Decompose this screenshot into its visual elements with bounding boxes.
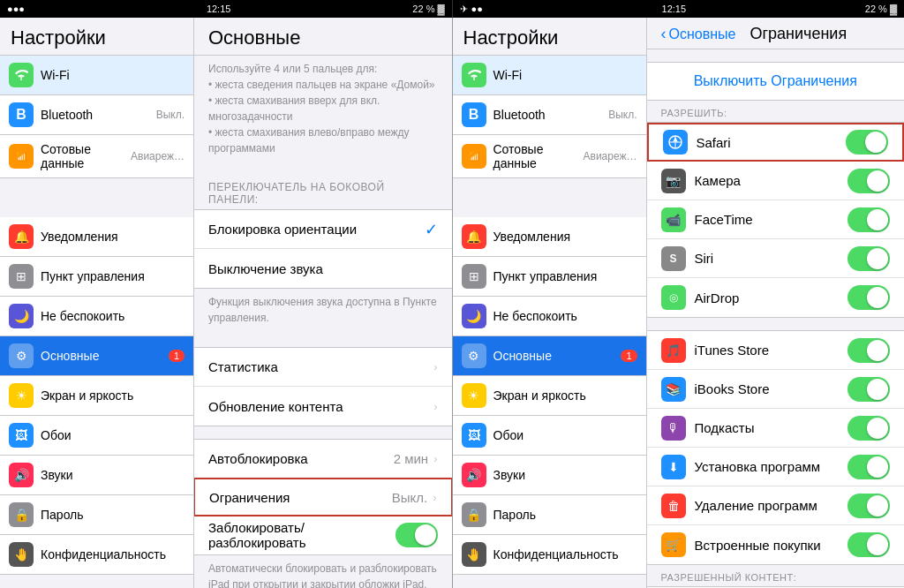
privacy-label: Конфиденциальность [41,547,185,562]
sidebar2-item-cellular[interactable]: 📶 Сотовые данные Авиареж… [453,135,646,178]
sidebar2-item-wifi[interactable]: Wi-Fi [453,56,646,95]
sidebar2-item-privacy[interactable]: 🤚 Конфиденциальность [453,535,646,575]
chevron-icon: › [433,360,437,373]
sidebar-item-sounds[interactable]: 🔊 Звуки [0,456,193,495]
restrict-row-camera[interactable]: 📷 Камера [647,162,905,200]
purchases-icon: 🛒 [661,532,686,557]
sidebar2-item-display[interactable]: ☀ Экран и яркость [453,376,646,416]
sidebar-1-title: Настройки [0,18,193,56]
sidebar2-item-sounds[interactable]: 🔊 Звуки [453,456,646,495]
siri-toggle[interactable] [848,246,890,271]
sidebar-item-wifi[interactable]: Wi-Fi [0,56,193,95]
allow-items-group: Safari 📷 Камера 📹 FaceTime [647,122,905,318]
restrict-row-delete[interactable]: 🗑 Удаление программ [647,486,905,525]
display-label: Экран и яркость [41,388,185,403]
delete-toggle[interactable] [848,494,890,518]
passcode-label: Пароль [41,508,185,522]
display-label-2: Экран и яркость [493,388,637,403]
sidebar-item-privacy[interactable]: 🤚 Конфиденциальность [0,535,193,575]
restrict-row-purchases[interactable]: 🛒 Встроенные покупки [647,525,905,564]
delete-icon: 🗑 [661,494,686,518]
info-text-3: Автоматически блокировать и разблокирова… [194,555,452,588]
time-right: 12:15 [662,4,687,14]
row-statistics[interactable]: Статистика › [194,348,452,387]
disable-restrictions-button[interactable]: Выключить Ограничения [647,62,905,101]
airdrop-toggle[interactable] [848,285,890,310]
row-lock-cover[interactable]: Заблокировать/разблокировать [194,516,452,554]
restrict-row-install[interactable]: ⬇ Установка программ [647,448,905,486]
install-label: Установка программ [695,459,848,474]
sidebar-item-control[interactable]: ⊞ Пункт управления [0,257,193,297]
sidebar-item-passcode[interactable]: 🔒 Пароль [0,495,193,535]
sidebar-item-bluetooth[interactable]: B Bluetooth Выкл. [0,95,193,135]
sidebar-1: Настройки Wi-Fi B Bluetooth Выкл. 📶 Сото [0,18,194,588]
sidebar2-item-wallpaper[interactable]: 🖼 Обои [453,416,646,456]
podcasts-toggle[interactable] [848,416,890,441]
ibooks-toggle[interactable] [848,377,890,402]
notif-label: Уведомления [41,230,185,244]
restrict-row-facetime[interactable]: 📹 FaceTime [647,200,905,239]
row-background-app[interactable]: Обновление контента › [194,387,452,426]
restrict-row-airdrop[interactable]: ◎ AirDrop [647,278,905,317]
lock-cover-toggle[interactable] [396,523,438,547]
purchases-toggle[interactable] [848,532,890,557]
stats-label: Статистика [208,359,433,374]
row-orientation-lock[interactable]: Блокировка ориентации ✓ [194,210,452,249]
bg-update-label: Обновление контента [208,399,433,414]
sidebar-item-notif[interactable]: 🔔 Уведомления [0,217,193,257]
sidebar2-item-bt[interactable]: B Bluetooth Выкл. [453,95,646,135]
restrict-row-itunes[interactable]: 🎵 iTunes Store [647,331,905,370]
sidebar2-item-notif[interactable]: 🔔 Уведомления [453,217,646,257]
sidebar2-item-dnd[interactable]: 🌙 Не беспокоить [453,297,646,336]
privacy-icon: 🤚 [9,542,34,567]
wallpaper-icon: 🖼 [9,423,34,448]
group-side-switch: ПЕРЕКЛЮЧАТЕЛЬ НА БОКОВОЙ ПАНЕЛИ: Блокиро… [194,177,452,289]
signal-icon-right: ●● [471,4,483,14]
cellular-sub-2: Авиареж… [584,150,637,162]
time-left: 12:15 [207,4,231,14]
wifi-label-2: Wi-Fi [493,68,637,82]
sidebar-item-cellular[interactable]: 📶 Сотовые данные Авиареж… [0,135,193,178]
restrict-row-podcasts[interactable]: 🎙 Подкасты [647,409,905,448]
sidebar-item-general[interactable]: ⚙ Основные 1 [0,336,193,376]
wifi-label: Wi-Fi [41,68,185,82]
chevron-icon: › [433,452,437,465]
sidebar-item-display[interactable]: ☀ Экран и яркость [0,376,193,416]
restrict-row-safari[interactable]: Safari [647,123,905,162]
restrict-row-siri[interactable]: S Siri [647,239,905,278]
install-toggle[interactable] [848,455,890,479]
wallpaper-label-2: Обои [493,428,637,442]
bt-sub-2: Выкл. [608,109,637,121]
info-text-1: Используйте 4 или 5 пальцев для:• жеста … [194,56,452,165]
row-autolock[interactable]: Автоблокировка 2 мин › [194,440,452,479]
restrict-row-ibooks[interactable]: 📚 iBooks Store [647,370,905,409]
lock-items: Автоблокировка 2 мин › Ограничения Выкл.… [194,439,452,555]
itunes-toggle[interactable] [848,338,890,363]
restrictions-label: Ограничения [209,490,392,505]
back-button[interactable]: ‹ Основные [661,25,736,43]
siri-icon: S [661,246,686,271]
safari-icon [663,130,688,155]
camera-toggle[interactable] [848,169,890,193]
back-label: Основные [669,26,736,42]
safari-toggle[interactable] [846,130,888,155]
autolock-label: Автоблокировка [208,451,394,466]
control-icon: ⊞ [9,264,34,289]
row-restrictions[interactable]: Ограничения Выкл. › [194,478,452,516]
sidebar2-item-general[interactable]: ⚙ Основные 1 [453,336,646,376]
spacer-1 [647,318,905,330]
sidebar-item-dnd[interactable]: 🌙 Не беспокоить [0,297,193,336]
sidebar-divider-2 [0,575,193,588]
status-bar-container: ●●● 12:15 22 % ▓ ✈ ●● 12:15 22 % ▓ [0,0,904,18]
general-badge-2: 1 [621,350,637,362]
cellular-sub: Авиареж… [131,150,185,162]
row-mute[interactable]: Выключение звука [194,249,452,288]
safari-label: Safari [697,135,847,150]
airdrop-label: AirDrop [695,290,848,305]
camera-icon: 📷 [661,169,686,193]
facetime-toggle[interactable] [848,207,890,232]
sidebar2-item-control[interactable]: ⊞ Пункт управления [453,257,646,297]
panel-pair-2: Настройки Wi-Fi B Bluetooth Выкл. 📶 Сото… [453,18,905,588]
sidebar-item-wallpaper[interactable]: 🖼 Обои [0,416,193,456]
sidebar2-item-passcode[interactable]: 🔒 Пароль [453,495,646,535]
